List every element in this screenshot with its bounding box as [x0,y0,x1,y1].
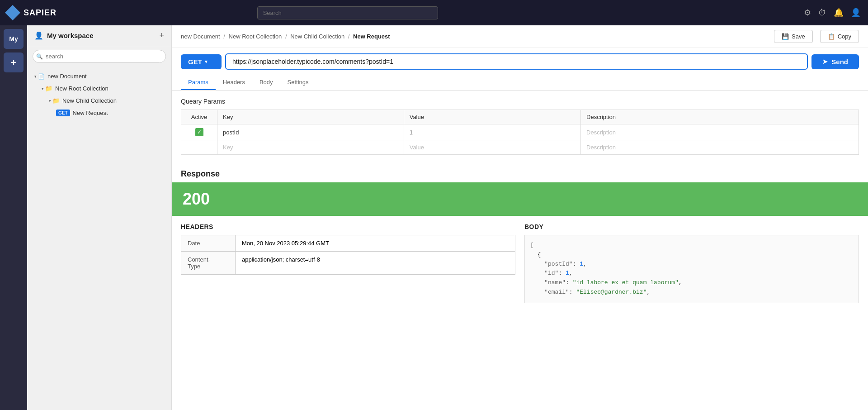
workspace-user-icon: 👤 [34,31,43,40]
col-active: Active [181,110,217,124]
breadcrumb-sep-3: / [348,33,351,40]
breadcrumb-part-3: New Child Collection [290,33,344,40]
topbar-actions: ⚙ ⏱ 🔔 👤 [804,8,861,18]
header-value-ct: application/json; charset=utf-8 [236,252,515,275]
params-title: Queary Params [181,98,859,105]
breadcrumb-bar: new Document / New Root Collection / New… [172,25,868,48]
param-key-1[interactable]: postId [217,124,404,140]
param-active-2[interactable] [181,140,217,155]
folder-icon-root: 📁 [45,85,52,92]
response-json: BODY [ { "postId": 1, "id": 1, "name": "… [524,223,859,303]
col-key: Key [217,110,404,124]
breadcrumb-part-2: New Root Collection [229,33,282,40]
response-body: HEADERS Date Mon, 20 Nov 2023 05:29:44 G… [172,223,868,312]
param-value-1[interactable]: 1 [404,124,580,140]
sidebar-workspace-btn[interactable]: My [4,29,24,49]
tree-label-child: New Child Collection [62,97,160,104]
document-icon: 📄 [38,73,45,80]
header-value-date: Mon, 20 Nov 2023 05:29:44 GMT [236,235,515,252]
main-area: My + 👤 My workspace + 🔍 ▾ 📄 new Document… [0,25,868,410]
workspace-name: My workspace [47,32,156,39]
tree-item-new-document[interactable]: ▾ 📄 new Document ⋯ [27,70,171,82]
tree-item-new-request[interactable]: GET New Request ⋯ [27,107,171,119]
folder-icon-child: 📁 [52,97,60,104]
tree-item-root-collection[interactable]: ▾ 📁 New Root Collection ⋯ [27,82,171,95]
body-title: BODY [524,223,859,230]
sidebar: My + [0,25,27,410]
method-label: GET [188,58,202,66]
breadcrumb-part-1: new Document [181,33,220,40]
breadcrumb: new Document / New Root Collection / New… [181,33,770,40]
tree-item-child-collection[interactable]: ▾ 📁 New Child Collection ⋯ [27,95,171,107]
workspace-add-btn[interactable]: + [159,31,164,40]
notifications-icon[interactable]: 🔔 [834,8,844,18]
global-search-input[interactable] [257,6,438,19]
request-tabs: Params Headers Body Settings [172,75,868,91]
save-icon: 💾 [782,33,789,40]
copy-icon: 📋 [828,33,835,40]
sidebar-add-btn[interactable]: + [4,52,24,72]
tree-search-wrapper: 🔍 [33,50,166,63]
breadcrumb-current: New Request [353,33,390,40]
main-content: new Document / New Root Collection / New… [172,25,868,410]
get-badge: GET [56,110,70,116]
request-bar: GET ▾ ➤ Send [172,48,868,75]
status-bar: 200 [172,182,868,216]
status-code: 200 [183,190,210,208]
collapse-icon-root: ▾ [42,86,44,91]
params-table: Active Key Value Description ✓ postId 1 … [181,110,859,155]
col-description: Description [581,110,859,124]
param-desc-2[interactable]: Description [581,140,859,155]
user-icon[interactable]: 👤 [851,8,861,18]
breadcrumb-sep-2: / [285,33,288,40]
settings-icon[interactable]: ⚙ [804,8,811,18]
header-name-date: Date [181,235,236,252]
send-button[interactable]: ➤ Send [811,54,859,69]
headers-table: Date Mon, 20 Nov 2023 05:29:44 GMT Conte… [181,235,515,275]
tab-settings[interactable]: Settings [280,75,316,90]
method-arrow-icon: ▾ [205,59,208,65]
header-row-date: Date Mon, 20 Nov 2023 05:29:44 GMT [181,235,515,252]
workspace-header: 👤 My workspace + [27,25,171,46]
tree-search-container: 🔍 [27,46,171,67]
url-input[interactable] [225,53,808,70]
tree-label-request: New Request [73,110,160,116]
col-value: Value [404,110,580,124]
logo-icon [5,5,20,20]
param-key-2[interactable]: Key [217,140,404,155]
tree-container: ▾ 📄 new Document ⋯ ▾ 📁 New Root Collecti… [27,67,171,410]
param-active-1[interactable]: ✓ [181,124,217,140]
topbar: SAPIER ⚙ ⏱ 🔔 👤 [0,0,868,25]
history-icon[interactable]: ⏱ [818,8,826,18]
logo: SAPIER [7,7,71,18]
copy-button[interactable]: 📋 Copy [820,30,859,43]
json-block: [ { "postId": 1, "id": 1, "name": "id la… [524,235,859,303]
global-search [257,6,438,19]
collapse-icon-child: ▾ [49,99,51,103]
param-row-2: Key Value Description [181,140,859,155]
param-value-2[interactable]: Value [404,140,580,155]
save-button[interactable]: 💾 Save [774,30,813,43]
tab-params[interactable]: Params [181,75,216,90]
param-desc-1[interactable]: Description [581,124,859,140]
breadcrumb-sep-1: / [223,33,226,40]
method-selector[interactable]: GET ▾ [181,54,222,69]
tab-body[interactable]: Body [252,75,280,90]
tree-search-icon: 🔍 [36,53,43,60]
header-name-ct: Content-Type [181,252,236,275]
file-tree-panel: 👤 My workspace + 🔍 ▾ 📄 new Document ⋯ ▾ … [27,25,172,410]
params-section: Queary Params Active Key Value Descripti… [172,91,868,162]
headers-title: HEADERS [181,223,515,230]
checkbox-checked[interactable]: ✓ [195,128,203,136]
response-title: Response [172,162,868,182]
header-row-content-type: Content-Type application/json; charset=u… [181,252,515,275]
send-icon: ➤ [822,58,828,65]
response-headers: HEADERS Date Mon, 20 Nov 2023 05:29:44 G… [181,223,515,303]
tree-label-root: New Root Collection [55,85,160,92]
tab-headers[interactable]: Headers [216,75,252,90]
param-row-1: ✓ postId 1 Description [181,124,859,140]
response-section: Response 200 HEADERS Date Mon, 20 Nov 20… [172,162,868,410]
collapse-icon-document: ▾ [34,74,37,79]
tree-search-input[interactable] [33,50,166,63]
logo-text: SAPIER [24,8,57,18]
